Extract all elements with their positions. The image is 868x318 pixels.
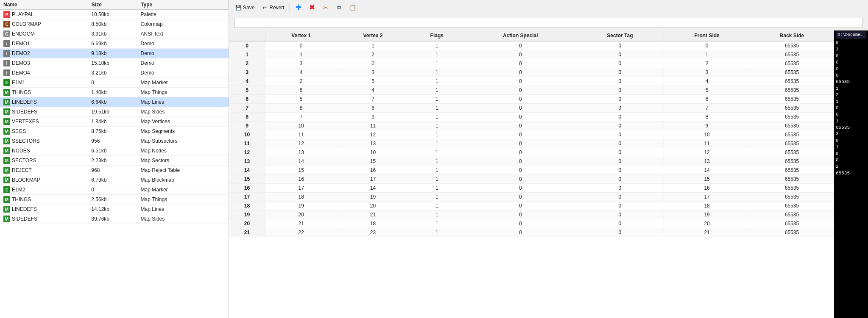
table-row[interactable]: 879100865535 <box>229 113 834 122</box>
terminal-line: 0 <box>836 105 866 111</box>
table-row[interactable]: 1314151001365535 <box>229 157 834 166</box>
table-row[interactable]: C COLORMAP 8.50kb Colormap <box>0 19 229 29</box>
file-size-cell: 8.50kb <box>88 19 137 29</box>
table-row[interactable]: M SEGS 8.75kb Map Segments <box>0 127 229 136</box>
data-cell-3: 1 <box>409 175 465 184</box>
table-row[interactable]: M THINGS 2.56kb Map Things <box>0 195 229 205</box>
table-row[interactable]: E E1M2 0 Map Marker <box>0 185 229 195</box>
data-cell-3: 1 <box>409 59 465 68</box>
terminal-line: 1 <box>836 46 866 53</box>
table-row[interactable]: 1920211001965535 <box>229 210 834 219</box>
data-cell-2: 23 <box>337 228 409 237</box>
table-row[interactable]: M SECTORS 2.23kb Map Sectors <box>0 156 229 166</box>
table-row[interactable]: 1415161001465535 <box>229 166 834 175</box>
file-name-cell: M LINEDEFS <box>0 205 88 214</box>
data-cell-6: 0 <box>664 41 750 50</box>
terminal-line: 0 <box>836 59 866 66</box>
col-header-5: Sector Tag <box>576 30 664 41</box>
data-cell-6: 15 <box>664 175 750 184</box>
data-cell-0: 21 <box>229 228 265 237</box>
table-row[interactable]: 1112131001165535 <box>229 139 834 148</box>
data-cell-5: 0 <box>576 148 664 157</box>
data-cell-3: 1 <box>409 130 465 139</box>
revert-button[interactable]: ↩ Revert <box>259 3 287 12</box>
table-row[interactable]: 230100265535 <box>229 59 834 68</box>
paste-button[interactable]: 📋 <box>347 3 359 12</box>
data-cell-7: 65535 <box>750 77 834 86</box>
copy-button[interactable]: ⧉ <box>333 3 345 12</box>
table-row[interactable]: 1617141001665535 <box>229 184 834 193</box>
data-cell-0: 6 <box>229 95 265 104</box>
table-row[interactable]: 1516171001565535 <box>229 175 834 184</box>
data-cell-5: 0 <box>576 50 664 59</box>
table-row[interactable]: M LINEDEFS 6.64kb Map Lines <box>0 97 229 107</box>
table-row[interactable]: 2021181002065535 <box>229 219 834 228</box>
table-row[interactable]: M SIDEDEFS 19.51kb Map Sides <box>0 107 229 117</box>
table-row[interactable]: 1213101001265535 <box>229 148 834 157</box>
table-row[interactable]: M BLOCKMAP 6.79kb Map Blockmap <box>0 175 229 185</box>
table-row[interactable]: 425100465535 <box>229 77 834 86</box>
table-row[interactable]: M NODES 6.51kb Map Nodes <box>0 146 229 156</box>
data-cell-1: 12 <box>265 139 337 148</box>
file-name-cell: M SSECTORS <box>0 136 88 146</box>
data-cell-1: 16 <box>265 175 337 184</box>
data-cell-1: 19 <box>265 202 337 210</box>
table-row[interactable]: 657100665535 <box>229 95 834 104</box>
data-cell-1: 3 <box>265 59 337 68</box>
toolbar: 💾 Save ↩ Revert ✚ ✖ ✂ ⧉ 📋 <box>229 0 868 15</box>
data-cell-4: 0 <box>465 95 576 104</box>
data-cell-7: 65535 <box>750 86 834 95</box>
delete-button[interactable]: ✖ <box>306 3 318 12</box>
data-cell-0: 11 <box>229 139 265 148</box>
file-size-cell: 0 <box>88 185 137 195</box>
table-row[interactable]: i DEMO3 15.10kb Demo <box>0 58 229 68</box>
table-row[interactable]: i DEMO4 3.21kb Demo <box>0 68 229 78</box>
data-cell-0: 19 <box>229 210 265 219</box>
data-cell-0: 2 <box>229 59 265 68</box>
data-cell-7: 65535 <box>750 228 834 237</box>
table-row[interactable]: M VERTEXES 1.84kb Map Vertices <box>0 117 229 127</box>
file-type-cell: Map Sides <box>137 107 229 117</box>
file-name-cell: E E1M2 <box>0 185 88 195</box>
table-row[interactable]: 564100565535 <box>229 86 834 95</box>
data-cell-1: 10 <box>265 122 337 130</box>
data-cell-6: 11 <box>664 139 750 148</box>
search-input[interactable] <box>234 18 863 28</box>
file-type-cell: Map Things <box>137 195 229 205</box>
col-size: Size <box>88 0 137 10</box>
table-row[interactable]: 112100165535 <box>229 50 834 59</box>
table-row[interactable]: 91011100965535 <box>229 122 834 130</box>
table-row[interactable]: 001100065535 <box>229 41 834 50</box>
add-button[interactable]: ✚ <box>293 3 304 12</box>
table-row[interactable]: M THINGS 1.40kb Map Things <box>0 88 229 97</box>
table-row[interactable]: M LINEDEFS 14.12kb Map Lines <box>0 205 229 214</box>
table-row[interactable]: i DEMO1 6.69kb Demo <box>0 39 229 49</box>
table-row[interactable]: M REJECT 968 Map Reject Table <box>0 166 229 175</box>
terminal-line: 65535 <box>836 124 866 131</box>
cut-button[interactable]: ✂ <box>320 3 332 12</box>
save-button[interactable]: 💾 Save <box>232 3 257 12</box>
table-row[interactable]: 2122231002165535 <box>229 228 834 237</box>
table-row[interactable]: M SSECTORS 956 Map Subsectors <box>0 136 229 146</box>
data-cell-6: 17 <box>664 193 750 202</box>
data-cell-7: 65535 <box>750 210 834 219</box>
cut-icon: ✂ <box>322 4 329 11</box>
table-row[interactable]: 1819201001865535 <box>229 202 834 210</box>
table-row[interactable]: i DEMO2 9.18kb Demo <box>0 49 229 58</box>
data-cell-3: 1 <box>409 184 465 193</box>
file-icon: P <box>3 11 10 18</box>
table-row[interactable]: 1718191001765535 <box>229 193 834 202</box>
table-row[interactable]: 1011121001065535 <box>229 130 834 139</box>
file-type-cell: Map Subsectors <box>137 136 229 146</box>
table-row[interactable]: 343100365535 <box>229 68 834 77</box>
data-cell-6: 2 <box>664 59 750 68</box>
table-row[interactable]: E E1M1 0 Map Marker <box>0 78 229 88</box>
table-row[interactable]: M SIDEDEFS 39.76kb Map Sides <box>0 214 229 224</box>
table-row[interactable]: 786100765535 <box>229 104 834 113</box>
data-cell-0: 0 <box>229 41 265 50</box>
col-header-2: Vertex 2 <box>337 30 409 41</box>
add-icon: ✚ <box>295 4 302 11</box>
data-cell-1: 7 <box>265 113 337 122</box>
table-row[interactable]: G ENDOOM 3.91kb ANSI Text <box>0 29 229 39</box>
table-row[interactable]: P PLAYPAL 10.50kb Palette <box>0 10 229 19</box>
